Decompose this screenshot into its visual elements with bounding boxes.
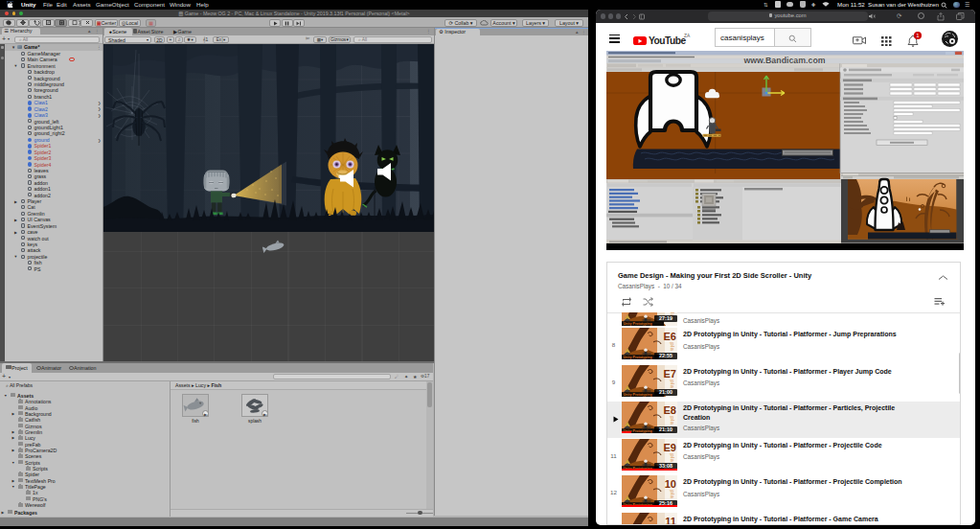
svg-text:Unity Prototyping: Unity Prototyping <box>624 322 652 326</box>
svg-text:pla: pla <box>670 342 676 351</box>
svg-text:E6: E6 <box>664 331 676 342</box>
svg-text:Unity Prototyping: Unity Prototyping <box>624 356 652 359</box>
svg-text:pla: pla <box>670 453 676 462</box>
svg-text:11: 11 <box>665 516 676 525</box>
svg-text:pla: pla <box>670 490 676 498</box>
svg-text:pla: pla <box>670 380 676 388</box>
svg-text:10: 10 <box>665 478 676 490</box>
svg-text:E8: E8 <box>664 404 676 416</box>
svg-text:E9: E9 <box>664 442 676 453</box>
svg-text:Unity Prototyping: Unity Prototyping <box>624 393 652 397</box>
svg-text:www.Bandicam.com: www.Bandicam.com <box>742 56 825 65</box>
svg-text:pla: pla <box>670 416 676 425</box>
svg-text:E7: E7 <box>664 368 676 380</box>
